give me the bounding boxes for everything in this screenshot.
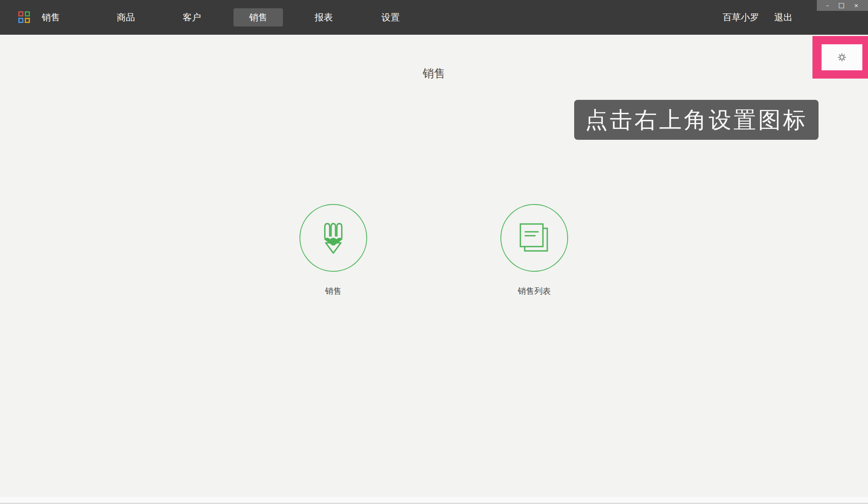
sales-list-action-label: 销售列表 — [469, 286, 599, 297]
user-name[interactable]: 百草小罗 — [723, 0, 759, 35]
settings-highlight-box — [812, 36, 868, 79]
app-title: 销售 — [42, 0, 60, 35]
maximize-button[interactable]: □ — [838, 2, 845, 9]
nav-item-sales[interactable]: 销售 — [233, 8, 283, 26]
minimize-button[interactable]: – — [826, 3, 829, 8]
page-title: 销售 — [0, 66, 868, 81]
pencil-icon — [323, 222, 343, 254]
nav-item-reports[interactable]: 报表 — [315, 0, 333, 35]
logo-square-red-icon — [18, 11, 23, 16]
gear-icon — [837, 53, 847, 62]
nav-item-settings[interactable]: 设置 — [381, 0, 400, 35]
settings-button[interactable] — [822, 44, 862, 70]
close-button[interactable]: × — [854, 3, 858, 8]
sales-list-action-button[interactable] — [500, 204, 568, 272]
logo-square-green-icon — [25, 11, 30, 16]
app-logo-icon — [18, 11, 30, 23]
sales-action-button[interactable] — [299, 204, 367, 272]
main-content: 销售 点击右上角设置图标 — [0, 35, 868, 504]
documents-icon — [519, 223, 549, 253]
nav-item-goods[interactable]: 商品 — [117, 0, 135, 35]
bottom-strip — [0, 496, 868, 504]
nav-item-customers[interactable]: 客户 — [183, 0, 201, 35]
logout-button[interactable]: 退出 — [774, 0, 792, 35]
logo-square-orange-icon — [25, 18, 30, 23]
logo-square-blue-icon — [18, 18, 23, 23]
instruction-tooltip: 点击右上角设置图标 — [574, 100, 819, 140]
sales-action-label: 销售 — [268, 286, 398, 297]
topbar: 销售 商品 客户 销售 报表 设置 百草小罗 退出 — [0, 0, 868, 35]
window-controls: – □ × — [817, 0, 868, 11]
